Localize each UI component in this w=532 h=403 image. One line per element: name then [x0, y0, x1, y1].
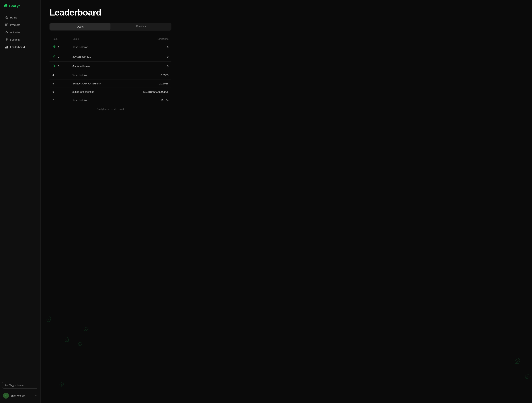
sidebar-item-footprint[interactable]: Footprint	[1, 36, 39, 43]
rank-number: 3	[58, 65, 59, 68]
name-cell: Yash Kolekar	[70, 96, 123, 104]
toggle-theme-label: Toggle theme	[9, 384, 24, 387]
table-row: 2aayush nair 3210	[50, 52, 171, 62]
sidebar-item-products-label: Products	[10, 24, 20, 26]
svg-rect-3	[7, 25, 8, 26]
rank-number: 4	[52, 74, 54, 77]
emissions-cell: 161.94	[123, 96, 171, 104]
table-row: 7Yash Kolekar161.94	[50, 96, 171, 104]
leaf-deco-7	[59, 382, 65, 388]
leaderboard-icon	[5, 45, 8, 49]
sidebar-item-home[interactable]: Home	[1, 14, 39, 21]
leaf-deco-4	[77, 342, 83, 348]
svg-point-4	[6, 39, 7, 40]
leaf-deco-1	[45, 316, 53, 325]
activities-icon	[5, 31, 8, 34]
col-rank: Rank	[50, 36, 70, 42]
avatar: Y	[3, 393, 9, 399]
page-title: Leaderboard	[50, 7, 523, 18]
table-row: 5SUNDARAM KRISHNAN20.9038	[50, 79, 171, 88]
emissions-cell: 53.981950000000005	[123, 88, 171, 96]
leaf-deco-2	[82, 326, 89, 333]
rank-cell: 3	[50, 62, 70, 71]
rank-cell: 5	[50, 79, 70, 88]
emissions-cell: 20.9038	[123, 79, 171, 88]
table-row: 4Yash Kolekar0.0385	[50, 71, 171, 79]
svg-rect-6	[6, 47, 7, 48]
svg-rect-1	[7, 24, 8, 25]
leaf-deco-5	[513, 358, 522, 367]
rank-cell: 4	[50, 71, 70, 79]
sidebar: EcoLyf Home Products Activities F	[0, 0, 41, 403]
home-icon	[5, 16, 8, 19]
rank-number: 6	[52, 90, 54, 93]
svg-rect-5	[5, 47, 6, 48]
sidebar-nav: Home Products Activities Footprint	[0, 12, 40, 379]
main-content: Leaderboard Users Families Rank Name Emi…	[41, 0, 532, 403]
rank-number: 7	[52, 99, 54, 102]
username: Yash Kolekar	[11, 394, 33, 397]
medal-icon	[52, 64, 56, 68]
name-cell: aayush nair 321	[70, 52, 123, 62]
leaderboard-table: Rank Name Emissions 1Yash Kolekar0 2aayu…	[50, 36, 171, 104]
name-cell: Yash Kolekar	[70, 71, 123, 79]
emissions-cell: 0	[123, 52, 171, 62]
rank-number: 1	[58, 46, 59, 49]
table-row: 3Gautam Kumar0	[50, 62, 171, 71]
user-row[interactable]: Y Yash Kolekar	[2, 391, 38, 400]
rank-cell: 1	[50, 42, 70, 52]
rank-number: 5	[52, 82, 54, 85]
svg-rect-0	[5, 24, 6, 25]
emissions-cell: 0.0385	[123, 71, 171, 79]
tab-users[interactable]: Users	[50, 23, 110, 30]
rank-cell: 7	[50, 96, 70, 104]
brand-name: EcoLyf	[9, 4, 19, 8]
medal-icon	[52, 45, 56, 49]
products-icon	[5, 23, 8, 26]
tabs: Users Families	[50, 23, 171, 31]
leaf-deco-6	[523, 373, 531, 382]
sidebar-bottom: Toggle theme Y Yash Kolekar	[0, 379, 40, 403]
name-cell: Gautam Kumar	[70, 62, 123, 71]
footprint-icon	[5, 38, 8, 41]
emissions-cell: 0	[123, 62, 171, 71]
table-row: 1Yash Kolekar0	[50, 42, 171, 52]
leaf-deco-3	[63, 337, 71, 345]
rank-cell: 6	[50, 88, 70, 96]
svg-rect-2	[5, 25, 6, 26]
name-cell: sundaram krishnan	[70, 88, 123, 96]
tab-families[interactable]: Families	[111, 23, 171, 30]
sidebar-item-footprint-label: Footprint	[10, 38, 20, 41]
name-cell: Yash Kolekar	[70, 42, 123, 52]
chevron-up-icon	[35, 394, 38, 397]
col-emissions: Emissions	[123, 36, 171, 42]
moon-icon	[5, 384, 8, 387]
toggle-theme-button[interactable]: Toggle theme	[2, 382, 38, 389]
sidebar-item-activities-label: Activities	[10, 31, 20, 34]
sidebar-item-leaderboard-label: Leaderboard	[10, 46, 25, 49]
medal-icon	[52, 55, 56, 59]
emissions-cell: 0	[123, 42, 171, 52]
sidebar-item-home-label: Home	[10, 16, 17, 19]
col-name: Name	[70, 36, 123, 42]
brand-icon	[4, 4, 8, 8]
brand-logo[interactable]: EcoLyf	[0, 0, 40, 12]
sidebar-item-products[interactable]: Products	[1, 21, 39, 28]
sidebar-item-activities[interactable]: Activities	[1, 29, 39, 36]
rank-number: 2	[58, 55, 59, 58]
svg-rect-7	[7, 46, 8, 48]
name-cell: SUNDARAM KRISHNAN	[70, 79, 123, 88]
rank-cell: 2	[50, 52, 70, 62]
table-row: 6sundaram krishnan53.981950000000005	[50, 88, 171, 96]
table-footer: Eco-lyf users leaderboard.	[50, 108, 171, 110]
sidebar-item-leaderboard[interactable]: Leaderboard	[1, 43, 39, 51]
